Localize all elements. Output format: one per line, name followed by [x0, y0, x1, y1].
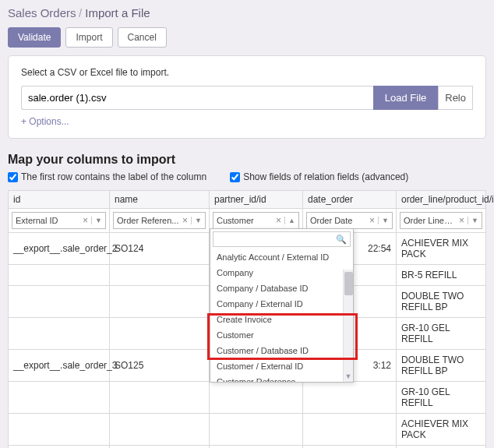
dropdown-item[interactable]: Customer: [210, 327, 353, 343]
header-orderline: order_line/product_id/id: [397, 191, 486, 209]
dropdown-item[interactable]: Create Invoice: [210, 312, 353, 327]
dropdown-panel: 🔍 Analytic Account / External ID Company…: [210, 228, 354, 383]
dropdown-list[interactable]: Analytic Account / External ID Company C…: [210, 249, 353, 382]
selector-name[interactable]: Order Referen...×▼: [113, 212, 206, 229]
file-input[interactable]: [21, 86, 373, 110]
breadcrumb-sep: /: [79, 6, 85, 19]
first-row-checkbox[interactable]: [8, 172, 18, 182]
table-row: ACHIEVER MIX PACK: [9, 414, 486, 446]
header-name: name: [110, 191, 210, 209]
dropdown-item[interactable]: Company / External ID: [210, 296, 353, 312]
column-grid: id name partner_id/id date_order order_l…: [8, 190, 486, 448]
search-icon: 🔍: [336, 235, 347, 245]
scrollbar[interactable]: ▼: [343, 270, 353, 382]
breadcrumb-parent[interactable]: Sales Orders: [8, 6, 76, 19]
table-row: GR-30 PIN GEL REFILL: [9, 446, 486, 449]
reload-button[interactable]: Relo: [438, 86, 473, 110]
show-fields-check[interactable]: Show fields of relation fields (advanced…: [230, 171, 408, 182]
clear-icon[interactable]: ×: [366, 215, 378, 226]
selector-id[interactable]: External ID×▼: [12, 212, 106, 229]
first-row-label: The first row contains the label of the …: [21, 171, 206, 182]
checks-row: The first row contains the label of the …: [0, 171, 494, 190]
header-partner: partner_id/id: [210, 191, 303, 209]
chevron-down-icon[interactable]: ▼: [191, 217, 202, 224]
section-title: Map your columns to import: [0, 139, 494, 171]
chevron-down-icon[interactable]: ▲: [284, 217, 295, 224]
header-date: date_order: [303, 191, 397, 209]
validate-button[interactable]: Validate: [8, 27, 61, 48]
dropdown-item[interactable]: Company / Database ID: [210, 280, 353, 296]
cancel-button[interactable]: Cancel: [118, 27, 167, 48]
toolbar: Validate Import Cancel: [0, 19, 494, 55]
header-id: id: [9, 191, 110, 209]
breadcrumb-current: Import a File: [85, 6, 150, 19]
file-row: Load File Relo: [21, 86, 473, 110]
file-panel: Select a CSV or Excel file to import. Lo…: [8, 55, 486, 139]
dropdown-item[interactable]: Company: [210, 265, 353, 280]
dropdown-item[interactable]: Customer Reference: [210, 374, 353, 382]
selector-partner[interactable]: Customer×▲: [213, 212, 299, 229]
selector-date[interactable]: Order Date×▼: [306, 212, 393, 229]
chevron-down-icon[interactable]: ▼: [378, 217, 389, 224]
dropdown-item[interactable]: Analytic Account / External ID: [210, 249, 353, 265]
chevron-down-icon[interactable]: ▼: [91, 217, 102, 224]
clear-icon[interactable]: ×: [79, 215, 91, 226]
selector-orderline[interactable]: Order Lines / ...×▼: [400, 212, 482, 229]
panel-instruction: Select a CSV or Excel file to import.: [21, 67, 473, 78]
dropdown-item[interactable]: Customer / External ID: [210, 358, 353, 374]
show-fields-label: Show fields of relation fields (advanced…: [243, 171, 408, 182]
table-row: GR-10 GEL REFILL: [9, 382, 486, 414]
dropdown-search-input[interactable]: [213, 231, 351, 247]
clear-icon[interactable]: ×: [273, 215, 284, 226]
dropdown-item[interactable]: Customer / Database ID: [210, 343, 353, 358]
options-link[interactable]: + Options...: [21, 116, 69, 127]
first-row-check[interactable]: The first row contains the label of the …: [8, 171, 206, 182]
grid-wrap: id name partner_id/id date_order order_l…: [0, 190, 494, 448]
breadcrumb: Sales Orders / Import a File: [0, 0, 494, 19]
selector-row: External ID×▼ Order Referen...×▼ Custome…: [9, 209, 486, 233]
clear-icon[interactable]: ×: [179, 215, 191, 226]
clear-icon[interactable]: ×: [456, 215, 468, 226]
import-button[interactable]: Import: [65, 27, 112, 48]
header-row: id name partner_id/id date_order order_l…: [9, 191, 486, 209]
show-fields-checkbox[interactable]: [230, 172, 240, 182]
load-file-button[interactable]: Load File: [373, 86, 438, 110]
chevron-down-icon[interactable]: ▼: [468, 217, 478, 224]
